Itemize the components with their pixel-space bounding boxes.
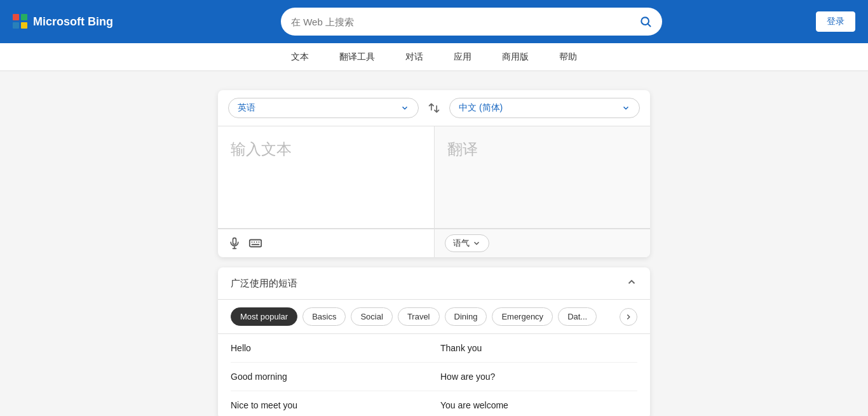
output-placeholder: 翻译 (447, 139, 638, 215)
target-language-label: 中文 (简体) (459, 102, 621, 114)
input-placeholder[interactable]: 输入文本 (231, 139, 421, 215)
phrases-section: 广泛使用的短语 Most popular Basics Social Trave… (218, 267, 650, 416)
tab-basics[interactable]: Basics (302, 307, 346, 326)
source-language-selector[interactable]: 英语 (228, 98, 419, 118)
chevron-down-icon (621, 104, 630, 112)
tab-dining[interactable]: Dining (445, 307, 487, 326)
tab-dat[interactable]: Dat... (558, 307, 597, 326)
keyboard-button[interactable] (248, 236, 262, 250)
category-tabs: Most popular Basics Social Travel Dining… (218, 300, 650, 334)
tab-travel[interactable]: Travel (398, 307, 440, 326)
input-panel: 输入文本 (218, 126, 435, 228)
tab-most-popular[interactable]: Most popular (231, 307, 297, 326)
phrase-row: Good morning How are you? (231, 363, 637, 391)
svg-line-1 (648, 24, 651, 27)
chevron-right-icon (624, 312, 633, 321)
tone-selector[interactable]: 语气 (445, 234, 489, 252)
search-input[interactable] (291, 17, 633, 27)
phrase-row: Hello Thank you (231, 334, 637, 363)
phrase-left[interactable]: Nice to meet you (231, 400, 428, 410)
controls-row: 语气 (218, 228, 650, 257)
nav-item-tools[interactable]: 翻译工具 (337, 44, 377, 70)
microphone-icon (228, 237, 241, 250)
collapse-phrases-button[interactable] (626, 276, 637, 290)
chevron-up-icon (626, 276, 637, 288)
nav-item-help[interactable]: 帮助 (557, 44, 580, 70)
nav-bar: 文本 翻译工具 对话 应用 商用版 帮助 (0, 43, 868, 71)
tone-label: 语气 (453, 238, 470, 249)
phrases-title: 广泛使用的短语 (231, 278, 297, 290)
tab-emergency[interactable]: Emergency (492, 307, 553, 326)
language-selector-row: 英语 中文 (简体) (218, 90, 650, 126)
categories-next-button[interactable] (620, 308, 637, 326)
target-language-selector[interactable]: 中文 (简体) (449, 98, 640, 118)
svg-rect-5 (250, 240, 261, 247)
phrase-right[interactable]: You are welcome (428, 400, 637, 410)
phrase-left[interactable]: Hello (231, 343, 428, 353)
phrase-right[interactable]: How are you? (428, 372, 637, 382)
keyboard-icon (248, 236, 262, 250)
phrases-header: 广泛使用的短语 (218, 267, 650, 300)
phrase-list: Hello Thank you Good morning How are you… (218, 334, 650, 416)
header: Microsoft Bing 登录 (0, 0, 868, 43)
source-language-label: 英语 (238, 102, 400, 114)
logo-text: Microsoft Bing (33, 15, 113, 29)
search-bar (281, 8, 662, 36)
nav-item-business[interactable]: 商用版 (499, 44, 531, 70)
translator-card: 英语 中文 (简体) 输入文本 翻译 (218, 90, 650, 257)
chevron-down-icon (400, 104, 409, 112)
translation-area: 输入文本 翻译 (218, 126, 650, 228)
tab-social[interactable]: Social (351, 307, 392, 326)
nav-item-text[interactable]: 文本 (288, 44, 311, 70)
phrase-left[interactable]: Good morning (231, 372, 428, 382)
bing-logo-icon (13, 14, 28, 29)
search-bar-container (140, 8, 803, 36)
login-button[interactable]: 登录 (816, 11, 855, 32)
swap-icon (428, 102, 440, 114)
logo[interactable]: Microsoft Bing (13, 14, 127, 29)
microphone-button[interactable] (228, 237, 241, 250)
chevron-down-icon (472, 239, 481, 248)
main-content: 英语 中文 (简体) 输入文本 翻译 (0, 71, 868, 416)
output-actions: 语气 (435, 229, 651, 257)
input-actions (218, 229, 435, 257)
nav-item-apps[interactable]: 应用 (451, 44, 474, 70)
phrase-right[interactable]: Thank you (428, 343, 637, 353)
phrase-row: Nice to meet you You are welcome (231, 391, 637, 416)
search-icon (639, 15, 652, 28)
swap-languages-button[interactable] (424, 98, 444, 118)
svg-rect-2 (233, 238, 236, 245)
nav-item-dialog[interactable]: 对话 (403, 44, 426, 70)
search-button[interactable] (639, 15, 652, 28)
output-panel: 翻译 (435, 126, 651, 228)
